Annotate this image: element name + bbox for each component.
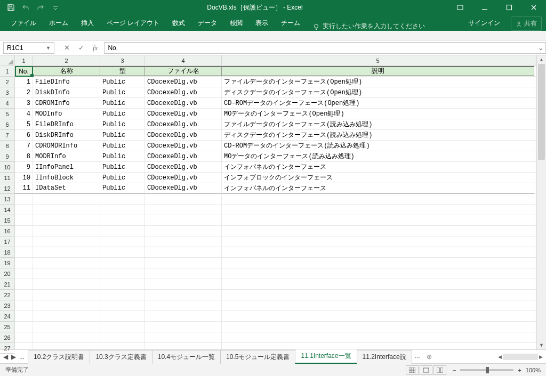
cell[interactable]: FileDRInfo xyxy=(33,119,100,129)
row-header[interactable]: 25 xyxy=(0,322,14,332)
cell[interactable] xyxy=(222,194,534,204)
row-header[interactable]: 3 xyxy=(0,87,14,98)
cell[interactable] xyxy=(145,311,222,321)
cell[interactable]: No. xyxy=(15,66,33,76)
cell[interactable]: インフォパネルのインターフェース xyxy=(222,162,534,172)
cell[interactable] xyxy=(145,279,222,289)
col-header[interactable]: 5 xyxy=(222,55,534,66)
cell[interactable] xyxy=(100,247,145,257)
col-header[interactable]: 3 xyxy=(100,55,145,66)
select-all-button[interactable] xyxy=(0,55,15,66)
tab-formulas[interactable]: 数式 xyxy=(166,15,191,31)
cell[interactable] xyxy=(100,236,145,247)
cell[interactable]: Public xyxy=(100,119,145,129)
cell[interactable]: 1 xyxy=(15,77,33,87)
cell[interactable] xyxy=(100,226,145,236)
cell[interactable]: ファイルデータのインターフェース(Open処理) xyxy=(222,77,534,87)
cell[interactable]: 11 xyxy=(15,183,33,193)
cell[interactable] xyxy=(145,215,222,225)
cancel-icon[interactable]: ✕ xyxy=(64,44,70,52)
cell[interactable] xyxy=(100,258,145,268)
vertical-scrollbar[interactable]: ▲ ▼ xyxy=(536,55,546,349)
save-icon[interactable] xyxy=(4,1,17,14)
cell[interactable]: Public xyxy=(100,98,145,108)
row-header[interactable]: 13 xyxy=(0,194,14,205)
col-header[interactable]: 4 xyxy=(145,55,222,66)
tab-data[interactable]: データ xyxy=(191,15,223,31)
row-header[interactable]: 12 xyxy=(0,183,14,194)
cell[interactable] xyxy=(33,205,100,215)
cell[interactable] xyxy=(15,311,33,321)
cell[interactable] xyxy=(33,215,100,225)
formula-input[interactable]: No. ⌄ xyxy=(104,42,546,54)
cell[interactable] xyxy=(100,343,145,349)
cell[interactable]: 10 xyxy=(15,173,33,183)
row-header[interactable]: 27 xyxy=(0,343,14,354)
cell[interactable]: CDocexeDlg.vb xyxy=(145,109,222,119)
scroll-thumb[interactable] xyxy=(538,64,545,160)
cell[interactable]: CDROMDRInfo xyxy=(33,141,100,151)
sheet-tab[interactable]: 10.5モジュール定義書 xyxy=(220,350,295,364)
cell[interactable] xyxy=(222,290,534,300)
row-header[interactable]: 4 xyxy=(0,98,14,109)
cell[interactable]: CDocexeDlg.vb xyxy=(145,173,222,183)
cell[interactable]: CDocexeDlg.vb xyxy=(145,151,222,161)
share-button[interactable]: 共有 xyxy=(511,17,542,31)
cell[interactable] xyxy=(222,332,534,342)
cell[interactable]: IDataSet xyxy=(33,183,100,193)
cell[interactable] xyxy=(100,290,145,300)
sheet-tab[interactable]: 11.2Interface説 xyxy=(357,350,412,364)
zoom-slider[interactable] xyxy=(460,369,513,371)
cell[interactable]: IInfoPanel xyxy=(33,162,100,172)
cell[interactable] xyxy=(15,268,33,279)
row-header[interactable]: 9 xyxy=(0,151,14,162)
cell[interactable]: MOデータのインターフェース(読み込み処理) xyxy=(222,151,534,161)
enter-icon[interactable]: ✓ xyxy=(78,44,84,52)
hscroll-left-icon[interactable]: ◀ xyxy=(498,354,502,360)
cell[interactable]: Public xyxy=(100,173,145,183)
cell[interactable]: CDocexeDlg.vb xyxy=(145,98,222,108)
cell[interactable] xyxy=(100,279,145,289)
cell[interactable] xyxy=(15,215,33,225)
cell[interactable] xyxy=(145,247,222,257)
cell[interactable]: 説明 xyxy=(222,66,534,76)
cell[interactable] xyxy=(33,300,100,311)
hscroll-track[interactable] xyxy=(503,354,538,360)
cell[interactable]: Public xyxy=(100,109,145,119)
cell[interactable] xyxy=(145,322,222,332)
cell[interactable] xyxy=(15,332,33,342)
cell[interactable]: 7 xyxy=(15,141,33,151)
cell[interactable]: ディスクデータのインターフェース(Open処理) xyxy=(222,87,534,97)
cell[interactable]: 3 xyxy=(15,98,33,108)
name-box[interactable]: R1C1 ▼ xyxy=(3,42,54,54)
cell[interactable]: 6 xyxy=(15,130,33,140)
row-header[interactable]: 2 xyxy=(0,77,14,87)
cell[interactable] xyxy=(33,226,100,236)
tab-review[interactable]: 校閲 xyxy=(223,15,249,31)
cells[interactable]: No.名称型ファイル名説明1FileDInfoPublicCDocexeDlg.… xyxy=(15,66,536,349)
cell[interactable] xyxy=(33,322,100,332)
cell[interactable] xyxy=(145,236,222,247)
row-header[interactable]: 21 xyxy=(0,279,14,290)
undo-icon[interactable] xyxy=(19,1,32,14)
cell[interactable]: インフォパネルのインターフェース xyxy=(222,183,534,193)
cell[interactable] xyxy=(222,226,534,236)
cell[interactable] xyxy=(222,268,534,279)
cell[interactable] xyxy=(222,300,534,311)
minimize-icon[interactable] xyxy=(472,0,497,15)
cell[interactable]: CDocexeDlg.vb xyxy=(145,141,222,151)
row-header[interactable]: 6 xyxy=(0,119,14,130)
cell[interactable] xyxy=(222,343,534,349)
cell[interactable]: 4 xyxy=(15,109,33,119)
zoom-knob[interactable] xyxy=(486,367,489,373)
cell[interactable]: CDROMInfo xyxy=(33,98,100,108)
tab-page-layout[interactable]: ページ レイアウト xyxy=(100,15,166,31)
redo-icon[interactable] xyxy=(34,1,47,14)
cell[interactable]: CDocexeDlg.vb xyxy=(145,130,222,140)
row-header[interactable]: 18 xyxy=(0,247,14,258)
close-icon[interactable] xyxy=(521,0,546,15)
col-header[interactable]: 2 xyxy=(33,55,100,66)
cell[interactable]: MODRInfo xyxy=(33,151,100,161)
cell[interactable] xyxy=(33,332,100,342)
tell-me[interactable]: 実行したい作業を入力してください xyxy=(313,22,425,31)
